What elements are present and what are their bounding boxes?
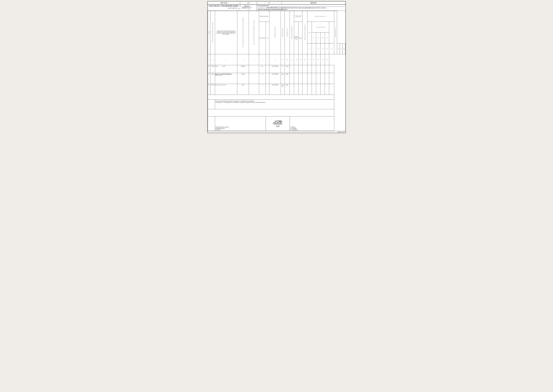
row4-stock	[294, 65, 298, 73]
row5-unit-code	[266, 73, 269, 84]
header-col1: № п п	[208, 11, 210, 54]
row5-vsego	[307, 73, 312, 84]
row5-stock-sh	[298, 73, 302, 84]
enterprise-label: ПРЕДПРИЯТИЕ	[257, 5, 269, 7]
row4-type: 30с476р	[237, 65, 249, 73]
row4-unit-code	[266, 65, 269, 73]
row5-stock	[294, 73, 298, 84]
row6-stoimost	[329, 84, 334, 95]
colnum-5: 5	[249, 54, 259, 65]
colnum-10: 10	[284, 54, 290, 65]
doc-type: (У)	[240, 1, 257, 4]
colnum-6: 6	[307, 43, 312, 54]
row4-code: 37211210052	[269, 65, 281, 73]
row5-need: 18	[281, 73, 284, 84]
header-col9: Потребность по проекту	[281, 11, 284, 54]
note-line1: В числителе приведены значения для вариа…	[215, 100, 254, 102]
row6-stock	[294, 84, 298, 95]
row6-price: 0,001	[284, 84, 290, 95]
row5-q2	[316, 73, 320, 84]
note-line2: в знаменателе – без первичного отстаиван…	[215, 102, 265, 103]
row6-q4	[325, 84, 329, 95]
row6-num: 6	[208, 84, 210, 95]
row5-q4	[325, 73, 329, 84]
colnum-13b: 13	[298, 54, 302, 65]
header-col4: Тип и марка оборудования; каталог, № чер…	[237, 11, 249, 54]
row4-pos: А0.8	[210, 65, 215, 73]
row6-pos: А0.10	[210, 84, 215, 95]
row4-q1	[312, 65, 316, 73]
header-col13: Заявленная потребность планируемого года	[302, 11, 307, 54]
sheets-value1: 2	[237, 7, 241, 9]
row5-pos: А0.9	[210, 73, 215, 84]
row5-complex	[290, 73, 294, 84]
signature-area: 𝒫𝒵𝓁𝓁𝓎 Птенцева Сид	[266, 117, 289, 130]
sheets-value2: 2	[247, 7, 251, 9]
empty-row-1	[208, 95, 345, 99]
colnum-14b: 14	[302, 54, 307, 65]
table-row-5: 5 А0.9 Вентиль запорный муфтовый dу40 Ру…	[208, 73, 345, 84]
empty-row-2	[208, 109, 345, 116]
row4-stock-sh	[298, 65, 302, 73]
header-col5: Завод—изготовитель (для импортного обору…	[249, 11, 259, 54]
header-col11: Потребность на пусковой комплекс	[290, 11, 294, 54]
row4-num: 4	[208, 65, 210, 73]
header-accepted-group: Принятая потребность на 19__ г.	[307, 11, 334, 22]
no-label: №	[240, 5, 241, 7]
header-q1: I	[312, 33, 316, 43]
table-row-4: 4 А0.8 То же dу 50 30с476р шт 3721121005…	[208, 65, 345, 73]
doc-title: ЗАКАЗНАЯ СПЕЦИФИКАЦИЯ	[209, 5, 239, 7]
table-header-numbers-row: 1 2 3 4 5 6 7 8 9 10 11 12 13 14 15 16 1…	[208, 54, 345, 65]
row5-q1	[312, 73, 316, 84]
row5-unit-name: —"—	[259, 73, 266, 84]
row4-need: 8	[281, 65, 284, 73]
colnum-17: 17	[340, 43, 343, 54]
colnum-18b: 18	[320, 54, 325, 65]
colnum-4: 4	[237, 54, 249, 65]
colnum-12: 12	[316, 43, 320, 54]
row5-code: 37321210246	[269, 73, 281, 84]
signature-row: Главный инженер проекта Начальник отдела…	[208, 116, 345, 131]
colnum-1: 1	[208, 54, 210, 65]
top-header: 902- 3-20 (У) 17 48120-05	[208, 1, 346, 5]
table-row-6: 6 А0.10 То же, dу 25 Ру 16 То же —"— 373…	[208, 84, 345, 95]
row6-type: То же	[237, 84, 249, 95]
person3: А. Старецкина	[290, 129, 334, 130]
row6-q1	[312, 84, 316, 95]
row5-type: 15с18р	[237, 73, 249, 84]
row4-zajavl	[302, 65, 307, 73]
note-row: В числителе приведены значения для вариа…	[208, 99, 345, 109]
row5-name: Вентиль запорный муфтовый dу40 Ру 16	[215, 73, 237, 84]
row4-stoimost	[329, 65, 334, 73]
enterprise-area: ПРЕДПРИЯТИЕ (наименование) БЛОК ЕМКОСТЕЙ…	[256, 5, 346, 11]
colnum-2: 2	[210, 54, 215, 65]
colnum-12b: 12	[294, 54, 298, 65]
colnum-18: 18	[343, 43, 345, 54]
row5-num: 5	[208, 73, 210, 84]
header-unit-name: наименование	[259, 22, 266, 54]
colnum-7: 7	[312, 43, 316, 54]
sheets-label1: ВСЕГО ЛИСТОВ	[228, 7, 237, 9]
row6-unit-code	[266, 84, 269, 95]
second-header: ЗАКАЗНАЯ СПЕЦИФИКАЦИЯ № ТХ-С5 ВСЕГО ЛИСТ…	[208, 5, 346, 11]
row6-zajavl	[302, 84, 307, 95]
colnum-3: 3	[215, 54, 237, 65]
footer: ЦИТП А.11632	[208, 131, 346, 133]
row6-name: То же, dу 25 Ру 16	[215, 84, 237, 95]
row4-price: 0,014	[284, 65, 290, 73]
object-label: ОБЪЕКТ (ПРОИЗВОДСТВЕННАЯ МОЩНОСТЬ)	[257, 9, 287, 10]
header-col10: Цена единицы, тыс. руб.	[284, 11, 290, 54]
row4-q2	[316, 65, 320, 73]
main-table: № п п №п позиции по технологической схем…	[208, 11, 346, 131]
naim-label: (наименование)	[257, 7, 265, 8]
header-stock1: Ожидаемое наличие на начало года	[294, 22, 298, 54]
header-q2: II	[316, 33, 320, 43]
row4-q3	[320, 65, 325, 73]
row6-need: 16 12	[281, 84, 284, 95]
role2: Начальник отдела	[215, 128, 265, 129]
header-quarters-group: в том числе по кварталам	[312, 22, 329, 33]
header-stock-group: Ожидаемое наличие на начало года	[294, 11, 302, 22]
row4-complex	[290, 65, 294, 73]
colnum-17b: 17	[316, 54, 320, 65]
object-value: БЛОК ЕМКОСТЕЙ для станций биологической …	[266, 7, 345, 8]
